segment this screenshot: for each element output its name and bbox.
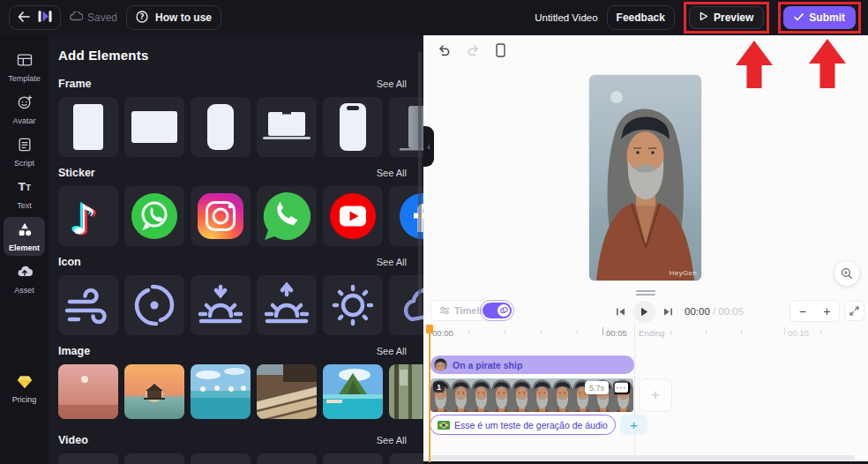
script-track-clip[interactable]: Esse é um teste de geração de áudio e ví… bbox=[430, 415, 616, 435]
timeline-scrollbar[interactable] bbox=[430, 455, 855, 460]
section-label: Image bbox=[58, 345, 90, 357]
sidebar-item-pricing[interactable]: Pricing bbox=[0, 374, 49, 404]
element-tile-icon-2[interactable] bbox=[124, 275, 184, 335]
filmstrip-frame bbox=[491, 378, 512, 412]
feedback-button[interactable]: Feedback bbox=[607, 5, 675, 30]
see-all-link[interactable]: See All bbox=[377, 346, 407, 356]
video-title[interactable]: Untitled Video bbox=[535, 12, 597, 23]
element-tile-frame-2[interactable] bbox=[124, 97, 184, 157]
element-tile-icon-3[interactable] bbox=[191, 275, 251, 335]
sidebar-item-template[interactable]: Template bbox=[4, 48, 45, 86]
element-tile-image-5[interactable] bbox=[323, 364, 383, 419]
see-all-link[interactable]: See All bbox=[377, 435, 407, 445]
skip-start-button[interactable] bbox=[616, 307, 625, 317]
filmstrip-frame bbox=[471, 378, 491, 412]
svg-text:T: T bbox=[26, 183, 31, 192]
sidebar-item-script[interactable]: Script bbox=[4, 132, 45, 171]
editor-main: ‹ HeyGen Timeline bbox=[423, 35, 868, 464]
redo-button[interactable] bbox=[467, 44, 480, 56]
element-tile-sticker-2[interactable] bbox=[124, 186, 184, 246]
avatar-view-toggle[interactable] bbox=[480, 300, 514, 321]
panel-scrollbar[interactable] bbox=[418, 51, 422, 316]
ruler-tick bbox=[468, 331, 469, 334]
element-tile-video-1[interactable] bbox=[58, 453, 118, 464]
ruler-t0: 00:00 bbox=[432, 328, 453, 338]
see-all-link[interactable]: See All bbox=[377, 168, 407, 178]
add-script-button[interactable]: + bbox=[620, 415, 647, 435]
element-tile-frame-3[interactable] bbox=[191, 97, 251, 157]
sidebar-rail: Template Avatar Script TT Text Element A… bbox=[0, 35, 49, 464]
collapse-panel-handle[interactable]: ‹ bbox=[423, 126, 434, 167]
filmstrip-frame bbox=[552, 378, 572, 412]
ruler-t10: 00:10 bbox=[788, 328, 809, 338]
ruler-tick bbox=[541, 331, 542, 334]
zoom-preview-button[interactable] bbox=[834, 261, 859, 286]
element-icon bbox=[16, 221, 34, 242]
element-tile-sticker-5[interactable] bbox=[323, 186, 383, 246]
topbar: Saved ? How to use Untitled Video Feedba… bbox=[0, 0, 868, 35]
save-status-label: Saved bbox=[87, 11, 117, 24]
element-tile-sticker-1[interactable]: ♪♪♪ bbox=[58, 186, 118, 246]
svg-text:?: ? bbox=[140, 12, 145, 20]
element-tile-image-1[interactable] bbox=[58, 364, 118, 419]
ruler-tick bbox=[706, 331, 707, 334]
sidebar-item-text[interactable]: TT Text bbox=[4, 175, 45, 213]
sidebar-item-avatar[interactable]: Avatar bbox=[4, 90, 45, 129]
avatar-track-clip[interactable]: On a pirate ship bbox=[430, 355, 634, 374]
svg-text:T: T bbox=[18, 180, 26, 193]
element-tile-video-2[interactable] bbox=[124, 453, 184, 464]
mobile-view-icon[interactable] bbox=[496, 43, 505, 57]
element-tile-sticker-3[interactable] bbox=[191, 186, 251, 246]
back-icon[interactable] bbox=[18, 10, 30, 26]
script-track-text: Esse é um teste de geração de áudio e ví… bbox=[454, 420, 608, 430]
element-tile-icon-1[interactable] bbox=[58, 275, 118, 335]
skip-end-button[interactable] bbox=[663, 307, 673, 317]
see-all-link[interactable]: See All bbox=[377, 79, 407, 89]
element-tile-frame-5[interactable] bbox=[323, 97, 383, 157]
play-button[interactable] bbox=[633, 301, 655, 323]
playhead-handle[interactable] bbox=[426, 325, 433, 333]
see-all-link[interactable]: See All bbox=[377, 257, 407, 267]
zoom-in-button[interactable]: + bbox=[819, 305, 834, 318]
annotation-box-submit: Submit bbox=[778, 2, 861, 34]
element-tile-video-6[interactable] bbox=[389, 453, 423, 464]
element-tile-image-3[interactable] bbox=[191, 364, 251, 419]
submit-button[interactable]: Submit bbox=[783, 6, 856, 29]
sidebar-item-element[interactable]: Element bbox=[4, 217, 45, 256]
ruler-ending: Ending bbox=[639, 328, 665, 338]
element-tile-image-4[interactable] bbox=[257, 364, 317, 419]
elements-panel: Add Elements Frame See All Sticker See A… bbox=[49, 35, 423, 464]
zoom-out-button[interactable]: − bbox=[796, 305, 810, 318]
undo-button[interactable] bbox=[438, 44, 451, 56]
element-tile-frame-1[interactable] bbox=[58, 97, 118, 157]
element-tile-icon-5[interactable] bbox=[323, 275, 383, 335]
how-to-use-button[interactable]: ? How to use bbox=[126, 5, 221, 30]
ruler-tick bbox=[670, 331, 671, 334]
preview-resize-handle[interactable] bbox=[636, 290, 655, 297]
feedback-label: Feedback bbox=[617, 11, 665, 24]
back-and-logo[interactable] bbox=[9, 5, 61, 30]
element-tile-icon-4[interactable] bbox=[257, 275, 317, 335]
clip-menu-button[interactable]: ··· bbox=[613, 381, 630, 394]
element-tile-image-2[interactable] bbox=[124, 364, 184, 419]
avatar-thumbnail bbox=[434, 358, 447, 371]
play-outline-icon bbox=[700, 11, 708, 24]
timeline-zoom-group: − + bbox=[789, 300, 840, 322]
time-display: 00:00 / 00:05 bbox=[685, 306, 744, 317]
element-tile-video-5[interactable] bbox=[323, 453, 383, 464]
element-tile-frame-4[interactable] bbox=[257, 97, 317, 157]
fit-timeline-button[interactable] bbox=[844, 301, 864, 321]
asset-icon bbox=[16, 263, 34, 284]
element-tile-video-4[interactable] bbox=[257, 453, 317, 464]
video-preview[interactable]: HeyGen bbox=[589, 75, 701, 281]
ruler-tick bbox=[741, 331, 742, 334]
preview-button[interactable]: Preview bbox=[689, 6, 764, 29]
element-tile-video-3[interactable] bbox=[191, 453, 251, 464]
sidebar-item-asset[interactable]: Asset bbox=[4, 259, 45, 298]
element-tile-image-6[interactable] bbox=[389, 364, 423, 419]
ruler-tick bbox=[820, 331, 821, 334]
element-tile-sticker-4[interactable] bbox=[257, 186, 317, 246]
playhead-line bbox=[429, 325, 430, 462]
add-clip-button[interactable]: + bbox=[639, 378, 672, 412]
section-video: Video See All bbox=[49, 432, 423, 464]
